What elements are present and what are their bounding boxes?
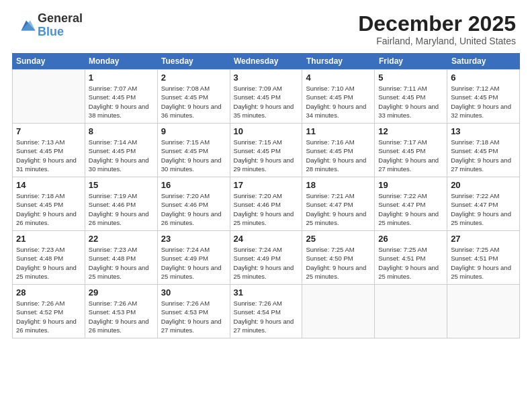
calendar-cell: 28Sunrise: 7:26 AMSunset: 4:52 PMDayligh… [13,285,85,338]
svg-marker-1 [21,20,36,30]
day-number: 21 [16,234,81,244]
day-info: Sunrise: 7:07 AMSunset: 4:45 PMDaylight:… [89,84,154,120]
day-info: Sunrise: 7:18 AMSunset: 4:45 PMDaylight:… [451,138,516,173]
day-info: Sunrise: 7:13 AMSunset: 4:45 PMDaylight:… [16,138,81,173]
day-info: Sunrise: 7:11 AMSunset: 4:45 PMDaylight:… [378,84,443,120]
location: Fairland, Maryland, United States [358,36,516,46]
calendar-cell: 1Sunrise: 7:07 AMSunset: 4:45 PMDaylight… [85,70,158,124]
day-number: 24 [234,234,299,244]
day-info: Sunrise: 7:16 AMSunset: 4:45 PMDaylight:… [306,138,371,173]
logo-text: General Blue [38,12,83,39]
logo-blue: Blue [38,26,83,39]
day-number: 19 [378,180,443,190]
day-number: 6 [451,73,516,83]
calendar-cell: 29Sunrise: 7:26 AMSunset: 4:53 PMDayligh… [85,285,158,338]
day-info: Sunrise: 7:26 AMSunset: 4:52 PMDaylight:… [16,299,81,334]
day-number: 20 [451,180,516,190]
calendar-cell: 4Sunrise: 7:10 AMSunset: 4:45 PMDaylight… [302,70,375,124]
calendar-cell [375,285,447,338]
day-number: 13 [451,126,516,136]
day-number: 22 [89,234,154,244]
calendar-cell [447,285,520,338]
header-day-tuesday: Tuesday [157,53,230,69]
calendar-cell: 22Sunrise: 7:23 AMSunset: 4:48 PMDayligh… [85,231,158,285]
calendar-cell: 27Sunrise: 7:25 AMSunset: 4:51 PMDayligh… [447,231,520,285]
day-number: 4 [306,73,371,83]
day-number: 26 [378,234,443,244]
day-number: 18 [306,180,371,190]
calendar-body: 1Sunrise: 7:07 AMSunset: 4:45 PMDaylight… [12,69,520,338]
day-number: 5 [378,73,443,83]
day-info: Sunrise: 7:09 AMSunset: 4:45 PMDaylight:… [234,84,299,120]
calendar-cell: 2Sunrise: 7:08 AMSunset: 4:45 PMDaylight… [158,70,230,124]
calendar-cell: 9Sunrise: 7:15 AMSunset: 4:45 PMDaylight… [158,124,230,177]
calendar-cell: 11Sunrise: 7:16 AMSunset: 4:45 PMDayligh… [302,124,375,177]
day-number: 11 [306,126,371,136]
calendar-cell: 13Sunrise: 7:18 AMSunset: 4:45 PMDayligh… [447,124,520,177]
calendar-cell: 10Sunrise: 7:15 AMSunset: 4:45 PMDayligh… [230,124,303,177]
calendar-cell: 14Sunrise: 7:18 AMSunset: 4:45 PMDayligh… [13,177,85,231]
page: General Blue December 2025 Fairland, Mar… [0,0,532,411]
header-day-wednesday: Wednesday [230,53,302,69]
day-number: 10 [234,126,299,136]
day-number: 12 [378,126,443,136]
calendar-cell: 30Sunrise: 7:26 AMSunset: 4:53 PMDayligh… [158,285,230,338]
day-number: 27 [451,234,516,244]
logo-icon [16,15,36,36]
day-number: 8 [89,126,154,136]
day-info: Sunrise: 7:15 AMSunset: 4:45 PMDaylight:… [161,138,226,173]
day-info: Sunrise: 7:18 AMSunset: 4:45 PMDaylight:… [16,191,81,227]
day-number: 14 [16,180,81,190]
day-info: Sunrise: 7:23 AMSunset: 4:48 PMDaylight:… [89,245,154,281]
calendar-cell: 5Sunrise: 7:11 AMSunset: 4:45 PMDaylight… [375,70,447,124]
header-day-thursday: Thursday [302,53,375,69]
day-number: 28 [16,287,81,298]
day-info: Sunrise: 7:17 AMSunset: 4:45 PMDaylight:… [378,138,443,173]
day-info: Sunrise: 7:25 AMSunset: 4:51 PMDaylight:… [378,245,443,281]
calendar-cell: 15Sunrise: 7:19 AMSunset: 4:46 PMDayligh… [85,177,158,231]
calendar-cell: 19Sunrise: 7:22 AMSunset: 4:47 PMDayligh… [375,177,447,231]
header-day-sunday: Sunday [12,53,85,69]
day-info: Sunrise: 7:15 AMSunset: 4:45 PMDaylight:… [234,138,299,173]
calendar-cell: 25Sunrise: 7:25 AMSunset: 4:50 PMDayligh… [302,231,375,285]
calendar-cell: 20Sunrise: 7:22 AMSunset: 4:47 PMDayligh… [447,177,520,231]
calendar-cell [13,70,85,124]
month-title: December 2025 [358,12,516,36]
day-info: Sunrise: 7:23 AMSunset: 4:48 PMDaylight:… [16,245,81,281]
day-number: 16 [161,180,226,190]
day-number: 2 [161,73,226,83]
day-number: 29 [89,287,154,298]
day-number: 15 [89,180,154,190]
title-block: December 2025 Fairland, Maryland, United… [358,12,516,46]
day-info: Sunrise: 7:20 AMSunset: 4:46 PMDaylight:… [161,191,226,227]
day-info: Sunrise: 7:14 AMSunset: 4:45 PMDaylight:… [89,138,154,173]
calendar-cell: 26Sunrise: 7:25 AMSunset: 4:51 PMDayligh… [375,231,447,285]
calendar-cell: 21Sunrise: 7:23 AMSunset: 4:48 PMDayligh… [13,231,85,285]
day-number: 1 [89,73,154,83]
day-number: 31 [234,287,299,298]
day-info: Sunrise: 7:26 AMSunset: 4:53 PMDaylight:… [161,299,226,334]
day-info: Sunrise: 7:21 AMSunset: 4:47 PMDaylight:… [306,191,371,227]
calendar-cell: 17Sunrise: 7:20 AMSunset: 4:46 PMDayligh… [230,177,303,231]
day-number: 23 [161,234,226,244]
day-info: Sunrise: 7:25 AMSunset: 4:50 PMDaylight:… [306,245,371,281]
day-number: 9 [161,126,226,136]
day-info: Sunrise: 7:24 AMSunset: 4:49 PMDaylight:… [161,245,226,281]
day-info: Sunrise: 7:08 AMSunset: 4:45 PMDaylight:… [161,84,226,120]
header-day-friday: Friday [375,53,447,69]
day-number: 7 [16,126,81,136]
calendar-cell: 3Sunrise: 7:09 AMSunset: 4:45 PMDaylight… [230,70,303,124]
logo-general: General [38,12,83,26]
logo: General Blue [16,12,83,39]
calendar-cell: 8Sunrise: 7:14 AMSunset: 4:45 PMDaylight… [85,124,158,177]
day-number: 3 [234,73,299,83]
day-info: Sunrise: 7:20 AMSunset: 4:46 PMDaylight:… [234,191,299,227]
header: General Blue December 2025 Fairland, Mar… [0,0,532,53]
day-info: Sunrise: 7:19 AMSunset: 4:46 PMDaylight:… [89,191,154,227]
calendar-cell: 31Sunrise: 7:26 AMSunset: 4:54 PMDayligh… [230,285,303,338]
calendar-cell [302,285,375,338]
calendar-cell: 12Sunrise: 7:17 AMSunset: 4:45 PMDayligh… [375,124,447,177]
calendar-cell: 18Sunrise: 7:21 AMSunset: 4:47 PMDayligh… [302,177,375,231]
calendar: SundayMondayTuesdayWednesdayThursdayFrid… [12,53,520,338]
day-info: Sunrise: 7:24 AMSunset: 4:49 PMDaylight:… [234,245,299,281]
